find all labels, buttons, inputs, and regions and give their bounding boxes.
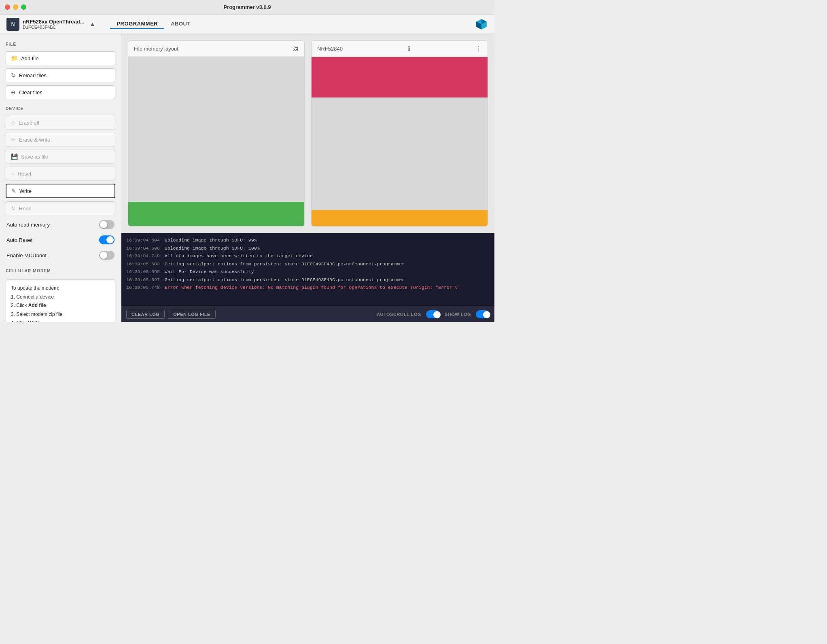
clear-files-button[interactable]: ⊖ Clear files: [6, 85, 115, 99]
tab-programmer[interactable]: PROGRAMMER: [110, 19, 164, 29]
reset-label: Reset: [17, 171, 31, 177]
read-label: Read: [19, 205, 32, 212]
write-icon: ✎: [11, 188, 16, 194]
main-layout: FILE 📁 Add file ↻ Reload files ⊖ Clear f…: [0, 34, 494, 322]
read-icon: ↻: [11, 205, 16, 212]
eject-button[interactable]: ▲: [87, 19, 97, 29]
enable-mcuboot-toggle[interactable]: [99, 251, 115, 260]
file-memory-body: [128, 57, 304, 226]
cellular-line-0: To update the modem:: [11, 284, 110, 293]
log-time-3: 16:39:05.683: [126, 260, 160, 268]
erase-all-label: Erase all: [19, 120, 39, 126]
add-file-label: Add file: [21, 55, 38, 61]
folder-icon: 📁: [11, 55, 18, 61]
file-memory-panel: File memory layout 🗂: [128, 40, 305, 227]
pencil-icon: ✏: [11, 136, 16, 143]
log-entry-4: 16:39:05.695 Wait For Device was success…: [126, 268, 490, 276]
clear-files-label: Clear files: [19, 89, 42, 95]
erase-write-button[interactable]: ✏ Erase & write: [6, 133, 115, 146]
close-button[interactable]: [5, 4, 10, 10]
save-as-file-label: Save as file: [21, 154, 48, 160]
log-time-2: 16:39:04.749: [126, 252, 160, 260]
menu-icon[interactable]: ⋮: [475, 45, 482, 53]
log-area[interactable]: 16:39:04.604 Uploading image through SDF…: [121, 233, 494, 306]
reload-files-button[interactable]: ↻ Reload files: [6, 68, 115, 82]
maximize-button[interactable]: [21, 4, 26, 10]
device-info: nRF528xx OpenThread... D1FCE493F4BC: [23, 19, 84, 30]
file-memory-title: File memory layout: [134, 46, 178, 52]
log-msg-0: Uploading image through SDFU: 99%: [165, 236, 257, 244]
log-footer: CLEAR LOG OPEN LOG FILE AUTOSCROLL LOG S…: [121, 306, 494, 322]
log-entry-6: 16:39:05.748 Error when fetching device …: [126, 284, 490, 292]
device-selector[interactable]: N nRF528xx OpenThread... D1FCE493F4BC ▲: [6, 18, 97, 31]
auto-read-memory-row: Auto read memory: [6, 218, 115, 231]
nrf52840-body: [312, 57, 488, 226]
navbar: N nRF528xx OpenThread... D1FCE493F4BC ▲ …: [0, 15, 494, 34]
log-msg-6: Error when fetching device versions: No …: [165, 284, 458, 292]
nav-tabs: PROGRAMMER ABOUT: [110, 19, 197, 29]
save-as-file-button[interactable]: 💾 Save as file: [6, 150, 115, 163]
log-time-6: 16:39:05.748: [126, 284, 160, 292]
write-button[interactable]: ✎ Write: [6, 184, 115, 198]
nrf52840-panel: NRF52840 ℹ ⋮: [311, 40, 488, 227]
reload-files-label: Reload files: [19, 72, 47, 78]
device-section-label: DEVICE: [6, 106, 115, 111]
log-time-1: 16:39:04.606: [126, 244, 160, 252]
clear-log-button[interactable]: CLEAR LOG: [126, 310, 165, 319]
titlebar: Programmer v3.0.9: [0, 0, 494, 15]
auto-reset-label: Auto Reset: [6, 237, 32, 243]
traffic-lights: [5, 4, 26, 10]
log-entry-1: 16:39:04.606 Uploading image through SDF…: [126, 244, 490, 252]
device-id: D1FCE493F4BC: [23, 25, 84, 30]
log-time-4: 16:39:05.695: [126, 268, 160, 276]
open-log-file-button[interactable]: OPEN LOG FILE: [168, 310, 215, 319]
autoscroll-label: AUTOSCROLL LOG: [377, 312, 421, 317]
cellular-line-1: 1. Connect a device: [11, 293, 110, 302]
minimize-button[interactable]: [13, 4, 18, 10]
cellular-modem-box: To update the modem: 1. Connect a device…: [6, 280, 115, 322]
log-time-0: 16:39:04.604: [126, 236, 160, 244]
nordic-logo: [475, 18, 488, 31]
content-area: File memory layout 🗂 NRF52840 ℹ ⋮: [121, 34, 494, 322]
file-memory-bar: [128, 202, 304, 226]
enable-mcuboot-label: Enable MCUboot: [6, 252, 47, 258]
auto-read-memory-label: Auto read memory: [6, 222, 50, 228]
enable-mcuboot-row: Enable MCUboot: [6, 249, 115, 261]
log-entry-0: 16:39:04.604 Uploading image through SDF…: [126, 236, 490, 244]
file-memory-header: File memory layout 🗂: [128, 41, 304, 57]
minus-circle-icon: ⊖: [11, 89, 16, 95]
cellular-line-3: 3. Select modem zip file: [11, 310, 110, 319]
log-entry-3: 16:39:05.683 Getting serialport options …: [126, 260, 490, 268]
show-log-toggle[interactable]: [476, 310, 490, 318]
device-icon: N: [6, 18, 19, 31]
cellular-line-4: 4. Click Write: [11, 319, 110, 322]
log-msg-4: Wait For Device was successfully: [165, 268, 254, 276]
tab-about[interactable]: ABOUT: [164, 19, 197, 29]
add-file-button[interactable]: 📁 Add file: [6, 51, 115, 65]
sidebar: FILE 📁 Add file ↻ Reload files ⊖ Clear f…: [0, 34, 121, 322]
info-icon[interactable]: ℹ: [408, 45, 410, 53]
circle-icon: ○: [11, 170, 14, 177]
nrf-memory-bottom-bar: [312, 210, 488, 226]
reset-button[interactable]: ○ Reset: [6, 167, 115, 180]
erase-write-label: Erase & write: [19, 137, 50, 143]
log-msg-5: Getting serialport options from persiste…: [165, 276, 405, 284]
file-folder-icon[interactable]: 🗂: [292, 45, 299, 52]
auto-reset-toggle[interactable]: [99, 235, 115, 244]
auto-reset-row: Auto Reset: [6, 234, 115, 246]
log-entry-5: 16:39:05.697 Getting serialport options …: [126, 276, 490, 284]
log-msg-2: All dfu images have been written to the …: [165, 252, 313, 260]
show-log-label: SHOW LOG: [445, 312, 471, 317]
device-name: nRF528xx OpenThread...: [23, 19, 84, 25]
erase-all-button[interactable]: ◇ Erase all: [6, 116, 115, 129]
nrf-memory-top-bar: [312, 57, 488, 97]
write-label: Write: [19, 188, 32, 194]
memory-panels: File memory layout 🗂 NRF52840 ℹ ⋮: [121, 34, 494, 233]
read-button[interactable]: ↻ Read: [6, 201, 115, 215]
cellular-line-2: 2. Click Add file: [11, 301, 110, 310]
autoscroll-toggle[interactable]: [426, 310, 440, 318]
log-time-5: 16:39:05.697: [126, 276, 160, 284]
log-msg-1: Uploading image through SDFU: 100%: [165, 244, 260, 252]
reload-icon: ↻: [11, 72, 16, 78]
auto-read-memory-toggle[interactable]: [99, 220, 115, 229]
